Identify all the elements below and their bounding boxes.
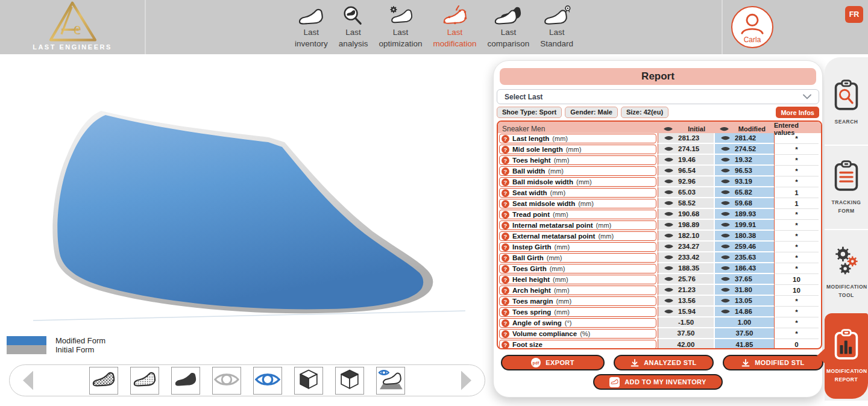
- view-dots-last-button[interactable]: [130, 367, 159, 395]
- eye-icon[interactable]: [664, 243, 674, 249]
- eye-icon[interactable]: [664, 189, 674, 195]
- eye-icon[interactable]: [664, 200, 674, 206]
- modified-value-cell: 180.38: [714, 231, 774, 242]
- eye-icon[interactable]: [720, 211, 731, 217]
- last-select[interactable]: Select Last: [497, 89, 819, 104]
- sidebar-item-modification-tool[interactable]: MODIFICATION TOOL: [825, 229, 868, 313]
- add-to-inventory-button[interactable]: ADD TO MY INVENTORY: [593, 374, 723, 390]
- eye-icon[interactable]: [664, 308, 674, 314]
- eye-icon[interactable]: [720, 178, 731, 184]
- eye-icon[interactable]: [664, 265, 674, 271]
- eye-icon[interactable]: [664, 178, 674, 184]
- eye-icon[interactable]: [664, 276, 674, 282]
- last-3d-view[interactable]: [18, 96, 476, 331]
- sidebar-item-search[interactable]: SEARCH: [825, 60, 868, 145]
- eye-icon[interactable]: [720, 135, 731, 141]
- eye-icon[interactable]: [664, 157, 674, 163]
- entered-value-cell: *: [774, 231, 819, 242]
- help-icon[interactable]: ?: [502, 135, 509, 143]
- eye-icon[interactable]: [720, 243, 731, 249]
- eye-icon[interactable]: [720, 189, 731, 195]
- help-icon[interactable]: ?: [502, 200, 509, 208]
- eye-icon[interactable]: [664, 211, 674, 217]
- sidebar-item-tracking-form[interactable]: TRACKING FORM: [825, 145, 868, 229]
- table-row: ? Tread point (mm) 190.68 189.93 *: [498, 209, 821, 220]
- nav-item-last-standard[interactable]: Last Standard: [538, 5, 576, 49]
- help-icon[interactable]: ?: [502, 287, 509, 295]
- eye-icon[interactable]: [664, 298, 674, 304]
- more-infos-button[interactable]: More Infos: [776, 107, 819, 118]
- eye-icon[interactable]: [664, 254, 674, 260]
- eye-icon[interactable]: [664, 222, 674, 228]
- help-icon[interactable]: ?: [502, 178, 509, 186]
- view-mesh-last-button[interactable]: [89, 367, 118, 395]
- eye-icon[interactable]: [664, 135, 674, 141]
- nav-item-last-analysis[interactable]: Last analysis: [336, 5, 371, 49]
- view-solid-last-button[interactable]: [171, 367, 200, 395]
- language-button[interactable]: FR: [845, 6, 863, 23]
- eye-icon[interactable]: [720, 146, 731, 152]
- eye-icon[interactable]: [720, 265, 731, 271]
- brand-logo[interactable]: e LAST ENGINEERS: [0, 0, 145, 54]
- help-icon[interactable]: ?: [502, 276, 509, 284]
- help-icon[interactable]: ?: [502, 265, 509, 273]
- help-icon[interactable]: ?: [502, 341, 509, 349]
- table-row: ? Ball width (mm) 96.54 96.53 *: [498, 166, 821, 176]
- view-last-ground-button[interactable]: [376, 367, 405, 395]
- eye-icon[interactable]: [664, 287, 674, 293]
- help-icon[interactable]: ?: [502, 319, 509, 327]
- eye-icon[interactable]: [720, 254, 731, 260]
- nav-item-last-comparison[interactable]: Last comparison: [485, 5, 532, 49]
- help-icon[interactable]: ?: [502, 243, 509, 251]
- eye-icon[interactable]: [719, 126, 729, 132]
- download-modified-stl-button[interactable]: MODIFIED STL: [723, 355, 823, 370]
- sidebar-item-modification-report[interactable]: MODIFICATION REPORT: [825, 313, 868, 399]
- eye-icon[interactable]: [664, 233, 674, 239]
- initial-value-cell: 188.35: [658, 263, 714, 274]
- export-pdf-button[interactable]: pdf EXPORT: [501, 355, 605, 370]
- eye-icon[interactable]: [720, 233, 731, 239]
- last-select-value: Select Last: [505, 93, 542, 101]
- user-avatar[interactable]: Carla: [731, 6, 773, 48]
- view-cube-top-button[interactable]: [335, 367, 364, 395]
- nav-item-last-inventory[interactable]: Last inventory: [292, 5, 330, 49]
- eye-icon[interactable]: [663, 126, 673, 132]
- toolbar-prev-arrow[interactable]: [23, 371, 33, 390]
- help-icon[interactable]: ?: [502, 330, 509, 338]
- initial-value-cell: 19.46: [658, 155, 714, 166]
- help-icon[interactable]: ?: [502, 222, 509, 230]
- help-icon[interactable]: ?: [502, 167, 509, 175]
- toolbar-next-arrow[interactable]: [461, 371, 471, 390]
- initial-value: 233.42: [678, 254, 699, 261]
- help-icon[interactable]: ?: [502, 211, 509, 219]
- eye-icon[interactable]: [720, 222, 731, 228]
- pdf-icon: pdf: [531, 358, 541, 367]
- eye-icon[interactable]: [720, 298, 731, 304]
- eye-icon[interactable]: [720, 200, 731, 206]
- help-icon[interactable]: ?: [502, 298, 509, 305]
- measure-name: Seat midsole width: [512, 200, 575, 207]
- view-eye-initial-button[interactable]: [212, 367, 241, 395]
- eye-icon[interactable]: [720, 157, 731, 163]
- view-cube-side-button[interactable]: [294, 367, 323, 395]
- help-icon[interactable]: ?: [502, 233, 509, 240]
- eye-icon[interactable]: [720, 167, 731, 173]
- measure-cell: ? Ball Girth (mm): [499, 253, 656, 263]
- eye-icon[interactable]: [664, 167, 674, 173]
- download-analyzed-stl-button[interactable]: ANALYZED STL: [614, 355, 714, 370]
- help-icon[interactable]: ?: [502, 308, 509, 316]
- eye-icon[interactable]: [720, 276, 731, 282]
- eye-icon[interactable]: [664, 146, 674, 152]
- nav-item-last-optimization[interactable]: Last optimization: [376, 5, 424, 49]
- eye-icon[interactable]: [720, 287, 731, 293]
- help-icon[interactable]: ?: [502, 146, 509, 154]
- view-eye-modified-button[interactable]: [253, 367, 282, 395]
- measure-cell: ? Instep Girth (mm): [499, 242, 656, 252]
- mesh-last-icon: [92, 371, 116, 390]
- modified-value: 37.65: [735, 275, 752, 283]
- help-icon[interactable]: ?: [502, 189, 509, 197]
- eye-icon[interactable]: [720, 308, 731, 314]
- nav-item-last-modification[interactable]: Last modification: [430, 5, 479, 49]
- help-icon[interactable]: ?: [502, 157, 509, 164]
- help-icon[interactable]: ?: [502, 254, 509, 262]
